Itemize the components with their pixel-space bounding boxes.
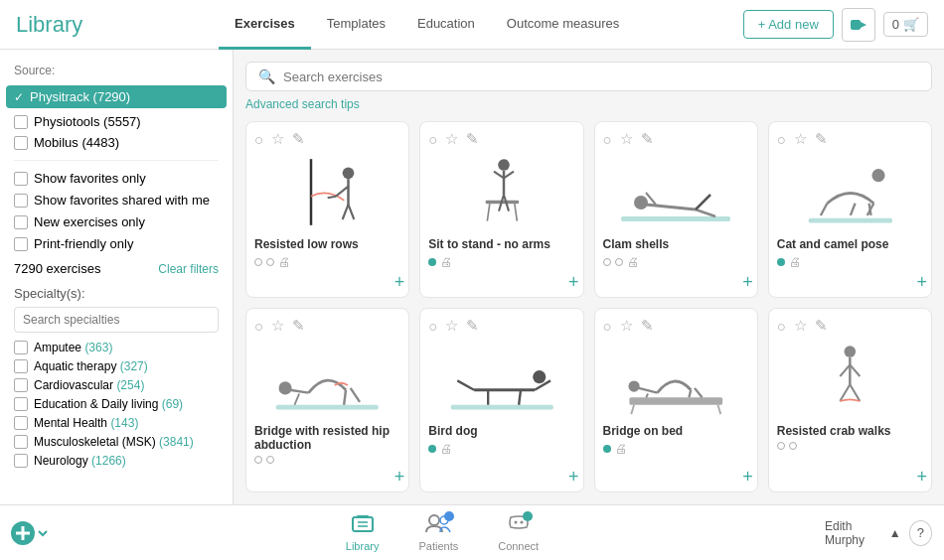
nav-actions: + Add new 0 🛒 (743, 8, 928, 42)
source-physiotools[interactable]: Physiotools (5557) (14, 114, 219, 129)
filter-new-exercises[interactable]: New exercises only (14, 214, 219, 229)
svg-line-26 (820, 203, 827, 214)
svg-line-55 (840, 384, 850, 401)
dot-1 (254, 456, 262, 464)
star-icon[interactable]: ☆ (794, 130, 807, 148)
circle-icon[interactable]: ○ (428, 131, 437, 148)
svg-point-12 (498, 159, 510, 171)
tab-templates[interactable]: Templates (311, 0, 401, 50)
dot-1 (603, 445, 611, 453)
star-icon[interactable]: ☆ (271, 130, 284, 148)
svg-line-50 (646, 393, 648, 397)
svg-rect-36 (450, 404, 552, 409)
circle-icon[interactable]: ○ (777, 318, 786, 335)
source-mobilus[interactable]: Mobilus (4483) (14, 135, 219, 150)
specialty-search-input[interactable] (14, 307, 219, 333)
svg-line-41 (519, 389, 521, 404)
search-input[interactable] (283, 70, 919, 84)
video-icon-button[interactable] (842, 8, 875, 42)
user-name: Edith Murphy (825, 519, 885, 547)
circle-icon[interactable]: ○ (428, 318, 437, 335)
edit-icon[interactable]: ✎ (466, 317, 479, 335)
print-icon[interactable]: 🖨 (615, 442, 627, 456)
cart-button[interactable]: 0 🛒 (883, 12, 928, 37)
add-exercise-button[interactable]: + (568, 272, 579, 293)
svg-point-31 (279, 381, 292, 394)
advanced-search-tips[interactable]: Advanced search tips (245, 97, 932, 111)
filter-print-friendly[interactable]: Print-friendly only (14, 236, 219, 251)
svg-line-15 (504, 171, 514, 178)
svg-marker-1 (861, 22, 866, 28)
bottom-tab-connect[interactable]: Connect (498, 513, 539, 552)
specialty-aquatic-therapy[interactable]: Aquatic therapy (327) (14, 359, 219, 373)
bottom-tab-library[interactable]: Library (346, 513, 380, 552)
star-icon[interactable]: ☆ (445, 130, 458, 148)
main-layout: Source: ✓ Physitrack (7290) Physiotools … (0, 50, 944, 504)
add-exercise-button[interactable]: + (916, 467, 927, 488)
patients-tab-label: Patients (418, 540, 458, 552)
circle-icon[interactable]: ○ (603, 131, 612, 148)
specialty-msk[interactable]: Musculoskeletal (MSK) (3841) (14, 435, 219, 449)
svg-line-22 (696, 195, 710, 210)
circle-icon[interactable]: ○ (254, 131, 263, 148)
add-exercise-button[interactable]: + (916, 272, 927, 293)
app-title: Library (16, 12, 195, 38)
circle-icon[interactable]: ○ (254, 318, 263, 335)
star-icon[interactable]: ☆ (794, 317, 807, 335)
source-physitrack[interactable]: ✓ Physitrack (7290) (6, 85, 227, 108)
check-icon: ✓ (14, 90, 24, 104)
mobilus-checkbox[interactable] (14, 136, 28, 150)
specialty-neurology[interactable]: Neurology (1266) (14, 454, 219, 468)
print-icon[interactable]: 🖨 (440, 255, 452, 269)
star-icon[interactable]: ☆ (445, 317, 458, 335)
add-exercise-button[interactable]: + (568, 467, 579, 488)
bottom-tab-patients[interactable]: Patients (418, 513, 458, 552)
edit-icon[interactable]: ✎ (641, 130, 654, 148)
tab-exercises[interactable]: Exercises (219, 0, 311, 50)
specialty-amputee[interactable]: Amputee (363) (14, 341, 219, 354)
specialty-cardiovascular[interactable]: Cardiovascular (254) (14, 378, 219, 392)
star-icon[interactable]: ☆ (620, 317, 633, 335)
svg-line-20 (646, 205, 696, 210)
print-icon[interactable]: 🖨 (627, 255, 639, 269)
add-exercise-button[interactable]: + (742, 467, 753, 488)
print-icon[interactable]: 🖨 (789, 255, 801, 269)
edit-icon[interactable]: ✎ (815, 317, 828, 335)
print-icon[interactable]: 🖨 (278, 255, 290, 269)
svg-line-32 (290, 389, 309, 392)
specialty-education-daily-living[interactable]: Education & Daily living (69) (14, 397, 219, 411)
quick-add-button[interactable] (9, 519, 51, 547)
library-tab-label: Library (346, 540, 380, 552)
connect-icon (507, 513, 531, 538)
circle-icon[interactable]: ○ (603, 318, 612, 335)
tab-outcome-measures[interactable]: Outcome measures (491, 0, 635, 50)
tab-education[interactable]: Education (401, 0, 491, 50)
svg-line-45 (717, 404, 720, 413)
add-exercise-button[interactable]: + (394, 467, 405, 488)
svg-line-8 (348, 204, 354, 218)
physiotools-checkbox[interactable] (14, 115, 28, 129)
bottom-left (0, 519, 60, 547)
specialty-mental-health[interactable]: Mental Health (143) (14, 416, 219, 430)
help-button[interactable]: ? (909, 520, 932, 546)
star-icon[interactable]: ☆ (620, 130, 633, 148)
clear-filters-button[interactable]: Clear filters (158, 262, 219, 276)
svg-line-40 (457, 380, 474, 389)
filter-show-favorites[interactable]: Show favorites only (14, 171, 219, 186)
add-exercise-button[interactable]: + (742, 272, 753, 293)
exercise-card-resisted-low-rows: ○ ☆ ✎ (245, 121, 409, 298)
add-exercise-button[interactable]: + (394, 272, 405, 293)
circle-icon[interactable]: ○ (777, 131, 786, 148)
svg-line-48 (689, 389, 691, 397)
edit-icon[interactable]: ✎ (466, 130, 479, 148)
user-menu-button[interactable]: Edith Murphy ▲ (825, 519, 901, 547)
filter-show-favorites-shared[interactable]: Show favorites shared with me (14, 193, 219, 208)
edit-icon[interactable]: ✎ (641, 317, 654, 335)
edit-icon[interactable]: ✎ (292, 317, 305, 335)
edit-icon[interactable]: ✎ (815, 130, 828, 148)
print-icon[interactable]: 🖨 (440, 442, 452, 456)
add-new-button[interactable]: + Add new (743, 10, 834, 39)
svg-line-14 (494, 171, 504, 178)
edit-icon[interactable]: ✎ (292, 130, 305, 148)
star-icon[interactable]: ☆ (271, 317, 284, 335)
